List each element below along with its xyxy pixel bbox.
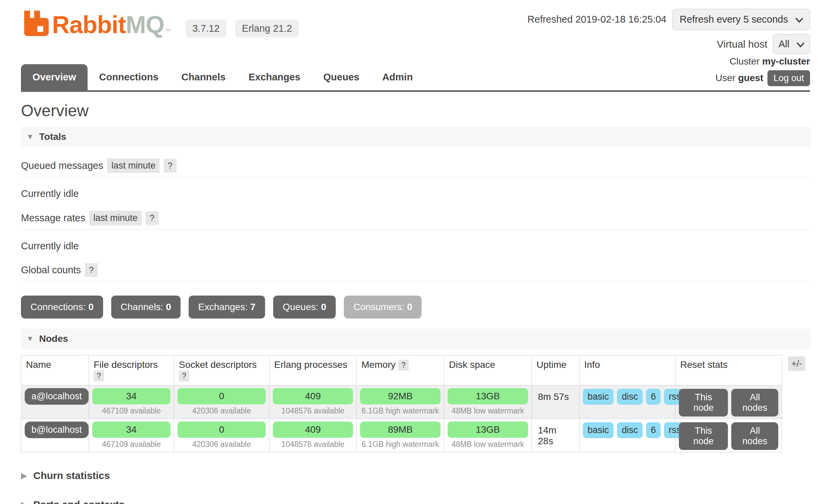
uptime-value: 14m 28s xyxy=(535,422,576,447)
node-name-badge[interactable]: a@localhost xyxy=(25,388,89,405)
nav-divider xyxy=(21,90,810,92)
tab-connections[interactable]: Connections xyxy=(88,64,170,90)
refresh-interval-select[interactable]: Refresh every 5 seconds xyxy=(672,9,810,30)
col-memory: Memory ? xyxy=(357,355,444,385)
connections-count-button[interactable]: Connections: 0 xyxy=(21,296,103,319)
tab-queues[interactable]: Queues xyxy=(312,64,371,90)
proc-stat: 409 xyxy=(273,388,353,404)
global-counts-help-icon[interactable]: ? xyxy=(85,263,98,277)
header: RabbitMQ™ 3.7.12 Erlang 21.2 Refreshed 2… xyxy=(21,0,810,54)
tab-admin[interactable]: Admin xyxy=(371,64,424,90)
nodes-table-header-row: Name File descriptors ? Socket descripto… xyxy=(21,355,782,385)
sd-stat-sub: 420306 available xyxy=(177,406,266,415)
rabbitmq-wordmark: RabbitMQ™ xyxy=(52,12,170,37)
virtual-host-label: Virtual host xyxy=(717,39,767,50)
info-badge-count: 6 xyxy=(646,422,661,438)
queued-range-badge[interactable]: last minute xyxy=(107,158,160,173)
exchanges-count-button[interactable]: Exchanges: 7 xyxy=(189,296,265,319)
divider xyxy=(21,229,810,230)
proc-stat: 409 xyxy=(273,422,353,438)
fd-stat: 34 xyxy=(92,422,170,438)
refreshed-timestamp: Refreshed 2019-02-18 16:25:04 xyxy=(527,14,666,25)
column-toggle-button[interactable]: +/- xyxy=(788,356,805,371)
uptime-value: 8m 57s xyxy=(535,388,576,402)
virtual-host-select[interactable]: All xyxy=(773,34,810,54)
col-socket-descriptors: Socket descriptors ? xyxy=(174,355,269,385)
erlang-version-badge: Erlang 21.2 xyxy=(235,20,299,37)
expand-triangle-icon: ▶ xyxy=(21,500,27,504)
expand-triangle-icon: ▶ xyxy=(21,471,27,480)
reset-this-node-button[interactable]: This node xyxy=(679,422,728,450)
memory-stat: 89MB xyxy=(360,422,441,438)
brand: RabbitMQ™ 3.7.12 Erlang 21.2 xyxy=(21,9,299,40)
trademark-symbol: ™ xyxy=(164,28,170,34)
queued-idle-status: Currently idle xyxy=(21,188,810,199)
consumers-count-button[interactable]: Consumers: 0 xyxy=(344,296,422,319)
totals-section-header[interactable]: ▼ Totals xyxy=(21,127,810,147)
disk-stat-sub: 48MB low watermark xyxy=(448,406,528,415)
node-row-a: a@localhost 34467109 available 0420306 a… xyxy=(21,385,782,419)
cluster-info: Cluster my-cluster xyxy=(730,56,810,67)
rates-help-icon[interactable]: ? xyxy=(146,211,159,225)
sd-stat-sub: 420306 available xyxy=(177,440,266,449)
sd-stat: 0 xyxy=(177,422,266,438)
rates-range-badge[interactable]: last minute xyxy=(89,211,142,225)
info-badge-basic: basic xyxy=(583,389,614,405)
ports-and-contexts-section[interactable]: ▶ Ports and contexts xyxy=(21,499,810,504)
tab-overview[interactable]: Overview xyxy=(21,64,88,90)
collapse-triangle-icon: ▼ xyxy=(26,334,34,343)
disk-stat-sub: 48MB low watermark xyxy=(448,440,528,449)
rates-idle-status: Currently idle xyxy=(21,241,810,252)
memory-stat-sub: 6.1GB high watermark xyxy=(360,440,441,449)
col-disk-space: Disk space xyxy=(444,355,532,385)
queues-count-button[interactable]: Queues: 0 xyxy=(273,296,336,319)
memory-stat: 92MB xyxy=(360,388,441,404)
info-badge-basic: basic xyxy=(583,422,614,438)
message-rates-label: Message rates xyxy=(21,212,85,224)
disk-stat: 13GB xyxy=(448,422,528,438)
col-uptime: Uptime xyxy=(532,355,579,385)
tab-channels[interactable]: Channels xyxy=(170,64,237,90)
col-erlang-processes: Erlang processes xyxy=(269,355,357,385)
proc-stat-sub: 1048576 available xyxy=(273,440,353,449)
rabbitmq-rabbit-icon xyxy=(21,9,50,40)
col-file-descriptors: File descriptors ? xyxy=(89,355,174,385)
node-row-b: b@localhost 34467109 available 0420306 a… xyxy=(21,419,782,452)
fd-stat-sub: 467109 available xyxy=(92,406,170,415)
nodes-section-header[interactable]: ▼ Nodes xyxy=(21,329,810,349)
col-name: Name xyxy=(21,355,89,385)
queued-messages-label: Queued messages xyxy=(21,160,103,171)
user-name: guest xyxy=(738,73,763,83)
page-title: Overview xyxy=(21,101,810,120)
reset-all-nodes-button[interactable]: All nodes xyxy=(731,422,778,450)
divider xyxy=(21,177,810,177)
chevron-down-icon xyxy=(797,39,804,50)
divider xyxy=(21,281,810,281)
channels-count-button[interactable]: Channels: 0 xyxy=(111,296,181,319)
cluster-name: my-cluster xyxy=(762,56,810,67)
node-name-badge[interactable]: b@localhost xyxy=(25,422,89,438)
info-badge-disc: disc xyxy=(617,389,643,405)
col-reset-stats: Reset stats xyxy=(675,355,782,385)
logout-button[interactable]: Log out xyxy=(767,70,810,86)
fd-stat: 34 xyxy=(92,388,170,404)
fd-help-icon[interactable]: ? xyxy=(94,371,104,381)
reset-all-nodes-button[interactable]: All nodes xyxy=(731,389,778,417)
sd-stat: 0 xyxy=(177,388,266,404)
main-nav: Overview Connections Channels Exchanges … xyxy=(21,64,424,90)
tab-exchanges[interactable]: Exchanges xyxy=(237,64,312,90)
memory-help-icon[interactable]: ? xyxy=(398,360,409,371)
info-badge-count: 6 xyxy=(646,389,661,405)
reset-this-node-button[interactable]: This node xyxy=(679,389,728,417)
collapse-triangle-icon: ▼ xyxy=(26,132,34,141)
queued-help-icon[interactable]: ? xyxy=(164,159,176,173)
disk-stat: 13GB xyxy=(448,388,528,404)
churn-statistics-section[interactable]: ▶ Churn statistics xyxy=(21,470,810,481)
global-counts-label: Global counts xyxy=(21,264,81,276)
fd-stat-sub: 467109 available xyxy=(92,440,170,449)
chevron-down-icon xyxy=(796,14,803,25)
memory-stat-sub: 6.1GB high watermark xyxy=(360,406,441,415)
col-info: Info xyxy=(579,355,675,385)
version-badge: 3.7.12 xyxy=(186,20,227,37)
sd-help-icon[interactable]: ? xyxy=(179,371,189,381)
